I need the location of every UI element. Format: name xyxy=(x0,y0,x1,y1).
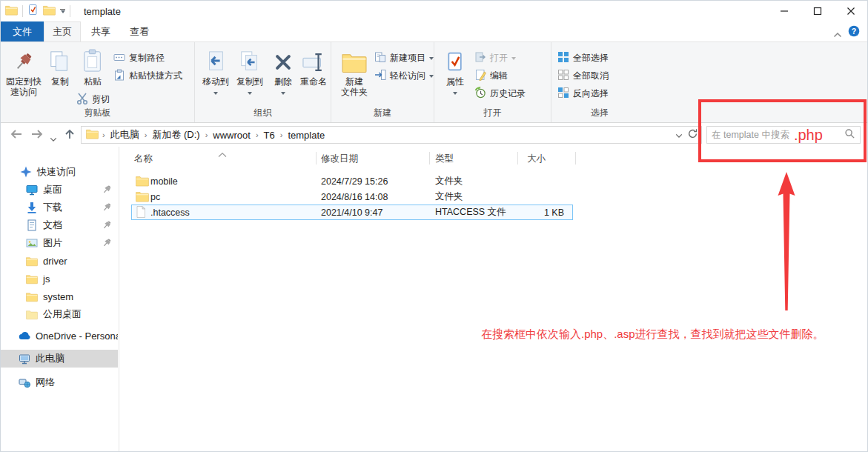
paste-shortcut-button[interactable]: 粘贴快捷方式 xyxy=(113,69,182,83)
sidebar-item-quick-access[interactable]: 快速访问 xyxy=(1,163,118,181)
ribbon-group-select: 全部选择 全部取消 反向选择 选择 xyxy=(551,42,648,122)
refresh-icon[interactable] xyxy=(687,128,698,142)
file-icon xyxy=(136,206,146,220)
annotation-instruction-text: 在搜索框中依次输入.php、.asp进行查找，查找到就把这些文件删除。 xyxy=(481,328,824,342)
address-history-dropdown-icon[interactable] xyxy=(675,130,683,141)
properties-button[interactable]: 属性 xyxy=(440,47,470,97)
divider xyxy=(22,5,23,17)
folder-icon xyxy=(26,309,38,320)
breadcrumb-drive-d[interactable]: 新加卷 (D:) xyxy=(148,128,204,142)
pin-icon xyxy=(102,238,112,250)
group-label-organize: 组织 xyxy=(195,107,331,119)
file-row-pc[interactable]: pc 2024/8/16 14:08 文件夹 xyxy=(119,189,867,205)
ribbon-group-new: 新建 文件夹 新建项目 轻松访问 新建 xyxy=(331,42,434,122)
copy-to-button[interactable]: 复制到 xyxy=(233,47,266,97)
back-icon[interactable] xyxy=(10,128,23,143)
open-button[interactable]: 打开 xyxy=(474,51,516,65)
new-folder-button[interactable]: 新建 文件夹 xyxy=(336,47,373,97)
sidebar-item-downloads[interactable]: 下载 xyxy=(1,199,118,216)
breadcrumb-t6[interactable]: T6 xyxy=(259,130,279,141)
group-label-select: 选择 xyxy=(551,107,648,119)
sidebar-item-js[interactable]: js xyxy=(1,270,118,288)
maximize-button[interactable] xyxy=(801,1,834,21)
folder-icon xyxy=(26,273,38,285)
delete-button[interactable]: 删除 xyxy=(269,47,297,97)
pin-icon xyxy=(102,220,112,233)
ribbon-tab-row: 文件 主页 共享 查看 xyxy=(1,21,867,41)
tab-file[interactable]: 文件 xyxy=(1,21,44,41)
sidebar-item-system[interactable]: system xyxy=(1,288,118,305)
select-all-icon xyxy=(557,51,569,65)
column-divider[interactable] xyxy=(575,152,576,164)
history-button[interactable]: 历史记录 xyxy=(474,87,526,101)
window-controls xyxy=(767,1,867,21)
quick-access-toolbar xyxy=(5,4,70,19)
pin-icon xyxy=(102,185,112,197)
cut-button[interactable]: 剪切 xyxy=(76,93,110,107)
column-header-type[interactable]: 类型 xyxy=(435,151,454,166)
easy-access-button[interactable]: 轻松访问 xyxy=(374,69,434,83)
folder-icon xyxy=(26,291,38,302)
desktop-icon xyxy=(26,184,38,196)
sidebar-item-driver[interactable]: driver xyxy=(1,252,118,270)
new-item-icon xyxy=(374,51,386,65)
sort-ascending-icon[interactable] xyxy=(218,147,227,160)
location-folder-icon xyxy=(82,128,102,142)
sidebar-item-onedrive[interactable]: OneDrive - Persona xyxy=(1,327,118,345)
scissors-icon xyxy=(76,93,88,107)
tab-view[interactable]: 查看 xyxy=(121,21,158,41)
copy-path-icon xyxy=(113,51,125,65)
column-divider[interactable] xyxy=(517,152,518,164)
sidebar: 快速访问 桌面 下载 文档 图片 xyxy=(1,147,119,452)
new-item-button[interactable]: 新建项目 xyxy=(374,51,434,65)
paste-shortcut-icon xyxy=(113,69,125,83)
breadcrumb-template[interactable]: template xyxy=(283,130,329,141)
help-icon[interactable] xyxy=(848,25,860,40)
tab-share[interactable]: 共享 xyxy=(82,21,119,41)
main-area: 快速访问 桌面 下载 文档 图片 xyxy=(1,147,867,452)
close-button[interactable] xyxy=(834,1,867,21)
paste-button[interactable]: 粘贴 xyxy=(76,47,109,87)
minimize-button[interactable] xyxy=(767,1,801,21)
tab-home[interactable]: 主页 xyxy=(44,21,81,41)
column-divider[interactable] xyxy=(429,152,430,164)
new-folder-icon xyxy=(336,47,373,73)
sidebar-item-documents[interactable]: 文档 xyxy=(1,216,118,234)
column-header-date-modified[interactable]: 修改日期 xyxy=(321,151,358,166)
invert-selection-button[interactable]: 反向选择 xyxy=(557,87,609,101)
column-header-name[interactable]: 名称 xyxy=(134,151,153,166)
breadcrumb-wwwroot[interactable]: wwwroot xyxy=(208,130,255,141)
folder-icon xyxy=(26,256,38,267)
recent-locations-dropdown-icon[interactable] xyxy=(50,132,57,145)
edit-button[interactable]: 编辑 xyxy=(474,69,508,83)
qat-new-folder-icon[interactable] xyxy=(43,4,56,19)
column-divider[interactable] xyxy=(316,152,317,164)
rename-button[interactable]: 重命名 xyxy=(297,47,330,87)
select-all-button[interactable]: 全部选择 xyxy=(557,51,609,65)
up-icon[interactable] xyxy=(63,128,76,143)
forward-icon[interactable] xyxy=(30,128,44,143)
history-clock-icon xyxy=(474,87,486,101)
copy-path-button[interactable]: 复制路径 xyxy=(113,51,165,65)
sidebar-item-network[interactable]: 网络 xyxy=(1,373,118,391)
qat-properties-icon[interactable] xyxy=(27,4,39,19)
copy-button[interactable]: 复制 xyxy=(45,47,75,87)
file-row-mobile[interactable]: mobile 2024/7/29 15:26 文件夹 xyxy=(119,173,867,189)
collapse-ribbon-icon[interactable] xyxy=(833,27,842,41)
move-to-button[interactable]: 移动到 xyxy=(199,47,232,97)
qat-customize-dropdown-icon[interactable] xyxy=(60,9,65,14)
pin-to-quick-access-button[interactable]: 固定到快 速访问 xyxy=(4,47,44,97)
group-label-clipboard: 剪贴板 xyxy=(1,107,194,119)
address-bar[interactable]: › 此电脑 › 新加卷 (D:) › wwwroot › T6 › templa… xyxy=(81,126,702,144)
sidebar-item-desktop[interactable]: 桌面 xyxy=(1,181,118,199)
sidebar-item-public-desktop[interactable]: 公用桌面 xyxy=(1,305,118,323)
annotation-highlight-box xyxy=(698,99,867,162)
sidebar-item-this-pc[interactable]: 此电脑 xyxy=(1,350,118,368)
file-row-htaccess[interactable]: .htaccess 2021/4/10 9:47 HTACCESS 文件 1 K… xyxy=(119,205,867,220)
select-none-button[interactable]: 全部取消 xyxy=(557,69,609,83)
pin-icon xyxy=(102,202,112,215)
breadcrumb-this-pc[interactable]: 此电脑 xyxy=(106,128,144,142)
ribbon-group-organize: 移动到 复制到 删除 重命名 组织 xyxy=(195,42,331,122)
column-header-size[interactable]: 大小 xyxy=(527,151,546,166)
sidebar-item-pictures[interactable]: 图片 xyxy=(1,234,118,252)
